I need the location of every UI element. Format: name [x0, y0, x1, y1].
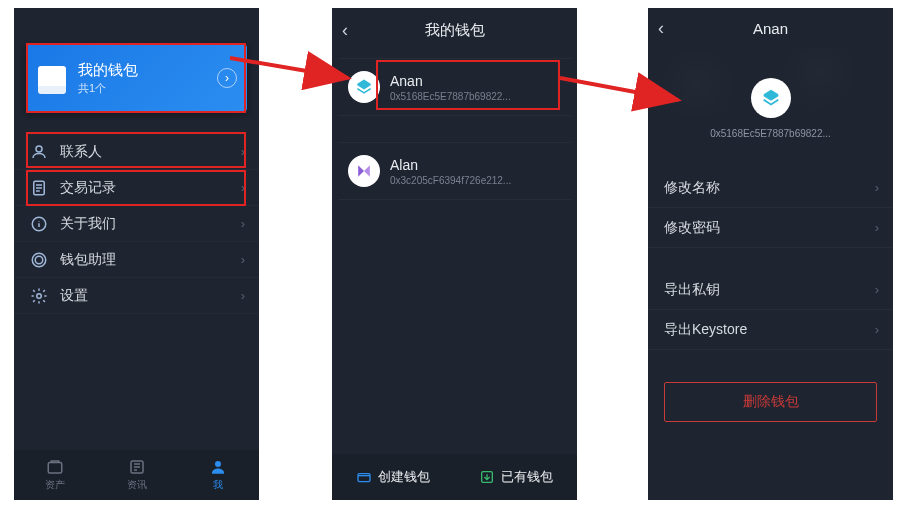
item-label: 导出Keystore	[664, 321, 747, 339]
header: ‹ 我的钱包	[332, 8, 577, 52]
person-icon	[30, 143, 48, 161]
wallet-address: 0x3c205cF6394f726e212...	[390, 175, 511, 186]
wallet-card-title: 我的钱包	[78, 61, 138, 79]
wallet-entry-anan[interactable]: Anan 0x5168Ec5E7887b69822...	[338, 58, 571, 116]
chevron-right-icon: ›	[875, 220, 879, 235]
info-icon	[30, 215, 48, 233]
tab-news[interactable]: 资讯	[96, 450, 178, 500]
header-title: 我的钱包	[425, 21, 485, 40]
chevron-right-icon: ›	[241, 216, 245, 231]
menu-transactions[interactable]: 交易记录 ›	[14, 170, 259, 206]
document-icon	[30, 179, 48, 197]
export-keystore[interactable]: 导出Keystore ›	[648, 310, 893, 350]
tab-label: 我	[213, 478, 223, 492]
menu-label: 设置	[60, 287, 88, 305]
chevron-right-icon: ›	[875, 282, 879, 297]
wallet-address: 0x5168Ec5E7887b69822...	[390, 91, 511, 102]
tab-me[interactable]: 我	[177, 450, 259, 500]
screen-settings: 我的钱包 共1个 › 联系人 › 交易记录 ›	[14, 8, 259, 500]
item-label: 修改密码	[664, 219, 720, 237]
item-label: 导出私钥	[664, 281, 720, 299]
assistant-icon	[30, 251, 48, 269]
svg-rect-6	[48, 463, 62, 474]
menu-label: 联系人	[60, 143, 102, 161]
tab-label: 资讯	[127, 478, 147, 492]
wallet-icon	[38, 66, 66, 90]
action-label: 创建钱包	[378, 468, 430, 486]
import-wallet-button[interactable]: 已有钱包	[455, 468, 578, 486]
create-wallet-button[interactable]: 创建钱包	[332, 468, 455, 486]
gear-icon	[30, 287, 48, 305]
my-wallet-card[interactable]: 我的钱包 共1个 ›	[26, 44, 247, 112]
delete-label: 删除钱包	[743, 393, 799, 411]
export-private-key[interactable]: 导出私钥 ›	[648, 270, 893, 310]
svg-point-4	[32, 253, 46, 267]
svg-point-5	[37, 293, 42, 298]
svg-point-0	[36, 146, 42, 152]
back-button[interactable]: ‹	[658, 8, 664, 48]
menu-contacts[interactable]: 联系人 ›	[14, 134, 259, 170]
svg-point-3	[35, 256, 43, 264]
chevron-right-icon: ›	[241, 288, 245, 303]
back-button[interactable]: ‹	[342, 8, 348, 52]
svg-line-12	[560, 78, 678, 100]
wallet-name: Alan	[390, 157, 511, 173]
action-label: 已有钱包	[501, 468, 553, 486]
menu-wallet-assistant[interactable]: 钱包助理 ›	[14, 242, 259, 278]
svg-point-8	[215, 461, 221, 467]
wallet-entry-alan[interactable]: Alan 0x3c205cF6394f726e212...	[338, 142, 571, 200]
change-password[interactable]: 修改密码 ›	[648, 208, 893, 248]
wallet-address: 0x5168Ec5E7887b69822...	[710, 128, 831, 139]
arrow-2	[560, 70, 690, 130]
screen-my-wallets: ‹ 我的钱包 Anan 0x5168Ec5E7887b69822... Alan…	[332, 8, 577, 500]
settings-menu: 联系人 › 交易记录 › 关于我们 ›	[14, 134, 259, 314]
menu-label: 关于我们	[60, 215, 116, 233]
menu-about[interactable]: 关于我们 ›	[14, 206, 259, 242]
tab-label: 资产	[45, 478, 65, 492]
chevron-right-icon: ›	[875, 322, 879, 337]
wallet-actions: 创建钱包 已有钱包	[332, 454, 577, 500]
svg-rect-9	[358, 474, 370, 482]
chevron-right-icon: ›	[241, 180, 245, 195]
arrow-1	[230, 50, 360, 110]
tab-assets[interactable]: 资产	[14, 450, 96, 500]
svg-line-11	[230, 58, 348, 78]
bottom-tab-bar: 资产 资讯 我	[14, 450, 259, 500]
chevron-right-icon: ›	[241, 144, 245, 159]
item-label: 修改名称	[664, 179, 720, 197]
wallet-card-sub: 共1个	[78, 81, 138, 96]
menu-label: 钱包助理	[60, 251, 116, 269]
divider	[648, 248, 893, 270]
avatar-alan-icon	[348, 155, 380, 187]
chevron-right-icon: ›	[241, 252, 245, 267]
menu-settings[interactable]: 设置 ›	[14, 278, 259, 314]
header: ‹ Anan	[648, 8, 893, 48]
avatar-icon	[751, 78, 791, 118]
menu-label: 交易记录	[60, 179, 116, 197]
wallet-name: Anan	[390, 73, 511, 89]
chevron-right-icon: ›	[875, 180, 879, 195]
header-title: Anan	[753, 20, 788, 37]
delete-wallet-button[interactable]: 删除钱包	[664, 382, 877, 422]
rename-wallet[interactable]: 修改名称 ›	[648, 168, 893, 208]
